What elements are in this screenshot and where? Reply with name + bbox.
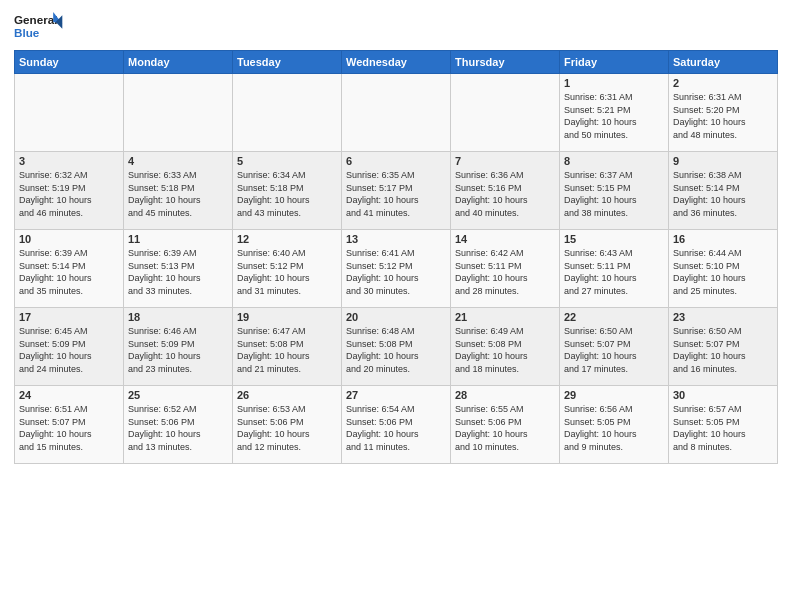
day-number: 9: [673, 155, 773, 167]
day-info: Sunrise: 6:52 AM Sunset: 5:06 PM Dayligh…: [128, 403, 228, 453]
day-info: Sunrise: 6:43 AM Sunset: 5:11 PM Dayligh…: [564, 247, 664, 297]
day-number: 7: [455, 155, 555, 167]
day-number: 2: [673, 77, 773, 89]
calendar-weekday-friday: Friday: [560, 51, 669, 74]
svg-text:Blue: Blue: [14, 26, 40, 39]
calendar-weekday-sunday: Sunday: [15, 51, 124, 74]
calendar-day-cell: 4Sunrise: 6:33 AM Sunset: 5:18 PM Daylig…: [124, 152, 233, 230]
day-info: Sunrise: 6:46 AM Sunset: 5:09 PM Dayligh…: [128, 325, 228, 375]
day-info: Sunrise: 6:37 AM Sunset: 5:15 PM Dayligh…: [564, 169, 664, 219]
calendar-day-cell: 9Sunrise: 6:38 AM Sunset: 5:14 PM Daylig…: [669, 152, 778, 230]
day-number: 17: [19, 311, 119, 323]
calendar-day-cell: 25Sunrise: 6:52 AM Sunset: 5:06 PM Dayli…: [124, 386, 233, 464]
calendar-day-cell: 17Sunrise: 6:45 AM Sunset: 5:09 PM Dayli…: [15, 308, 124, 386]
day-info: Sunrise: 6:39 AM Sunset: 5:13 PM Dayligh…: [128, 247, 228, 297]
calendar-day-cell: 2Sunrise: 6:31 AM Sunset: 5:20 PM Daylig…: [669, 74, 778, 152]
day-info: Sunrise: 6:45 AM Sunset: 5:09 PM Dayligh…: [19, 325, 119, 375]
day-info: Sunrise: 6:44 AM Sunset: 5:10 PM Dayligh…: [673, 247, 773, 297]
calendar-day-cell: [15, 74, 124, 152]
day-number: 16: [673, 233, 773, 245]
day-number: 1: [564, 77, 664, 89]
calendar-day-cell: 1Sunrise: 6:31 AM Sunset: 5:21 PM Daylig…: [560, 74, 669, 152]
day-info: Sunrise: 6:34 AM Sunset: 5:18 PM Dayligh…: [237, 169, 337, 219]
header: GeneralBlue: [14, 10, 778, 44]
day-number: 10: [19, 233, 119, 245]
calendar-week-row: 24Sunrise: 6:51 AM Sunset: 5:07 PM Dayli…: [15, 386, 778, 464]
day-info: Sunrise: 6:49 AM Sunset: 5:08 PM Dayligh…: [455, 325, 555, 375]
day-number: 27: [346, 389, 446, 401]
day-number: 21: [455, 311, 555, 323]
calendar-day-cell: 18Sunrise: 6:46 AM Sunset: 5:09 PM Dayli…: [124, 308, 233, 386]
calendar-day-cell: [451, 74, 560, 152]
calendar-day-cell: 11Sunrise: 6:39 AM Sunset: 5:13 PM Dayli…: [124, 230, 233, 308]
day-info: Sunrise: 6:39 AM Sunset: 5:14 PM Dayligh…: [19, 247, 119, 297]
calendar-day-cell: [124, 74, 233, 152]
day-info: Sunrise: 6:47 AM Sunset: 5:08 PM Dayligh…: [237, 325, 337, 375]
calendar-weekday-tuesday: Tuesday: [233, 51, 342, 74]
calendar-weekday-wednesday: Wednesday: [342, 51, 451, 74]
calendar-day-cell: 8Sunrise: 6:37 AM Sunset: 5:15 PM Daylig…: [560, 152, 669, 230]
day-number: 4: [128, 155, 228, 167]
calendar-day-cell: 30Sunrise: 6:57 AM Sunset: 5:05 PM Dayli…: [669, 386, 778, 464]
calendar-day-cell: 5Sunrise: 6:34 AM Sunset: 5:18 PM Daylig…: [233, 152, 342, 230]
calendar-day-cell: 20Sunrise: 6:48 AM Sunset: 5:08 PM Dayli…: [342, 308, 451, 386]
calendar-day-cell: 22Sunrise: 6:50 AM Sunset: 5:07 PM Dayli…: [560, 308, 669, 386]
day-info: Sunrise: 6:48 AM Sunset: 5:08 PM Dayligh…: [346, 325, 446, 375]
calendar-day-cell: 3Sunrise: 6:32 AM Sunset: 5:19 PM Daylig…: [15, 152, 124, 230]
day-number: 19: [237, 311, 337, 323]
day-info: Sunrise: 6:40 AM Sunset: 5:12 PM Dayligh…: [237, 247, 337, 297]
day-number: 15: [564, 233, 664, 245]
logo-icon: GeneralBlue: [14, 10, 64, 44]
calendar: SundayMondayTuesdayWednesdayThursdayFrid…: [14, 50, 778, 464]
day-info: Sunrise: 6:53 AM Sunset: 5:06 PM Dayligh…: [237, 403, 337, 453]
day-info: Sunrise: 6:57 AM Sunset: 5:05 PM Dayligh…: [673, 403, 773, 453]
calendar-weekday-saturday: Saturday: [669, 51, 778, 74]
calendar-day-cell: 6Sunrise: 6:35 AM Sunset: 5:17 PM Daylig…: [342, 152, 451, 230]
day-info: Sunrise: 6:33 AM Sunset: 5:18 PM Dayligh…: [128, 169, 228, 219]
day-number: 12: [237, 233, 337, 245]
logo: GeneralBlue: [14, 10, 64, 44]
calendar-day-cell: 23Sunrise: 6:50 AM Sunset: 5:07 PM Dayli…: [669, 308, 778, 386]
day-info: Sunrise: 6:55 AM Sunset: 5:06 PM Dayligh…: [455, 403, 555, 453]
day-number: 24: [19, 389, 119, 401]
day-number: 28: [455, 389, 555, 401]
calendar-day-cell: 28Sunrise: 6:55 AM Sunset: 5:06 PM Dayli…: [451, 386, 560, 464]
day-info: Sunrise: 6:56 AM Sunset: 5:05 PM Dayligh…: [564, 403, 664, 453]
day-number: 3: [19, 155, 119, 167]
day-info: Sunrise: 6:38 AM Sunset: 5:14 PM Dayligh…: [673, 169, 773, 219]
calendar-week-row: 10Sunrise: 6:39 AM Sunset: 5:14 PM Dayli…: [15, 230, 778, 308]
calendar-day-cell: 14Sunrise: 6:42 AM Sunset: 5:11 PM Dayli…: [451, 230, 560, 308]
calendar-day-cell: 21Sunrise: 6:49 AM Sunset: 5:08 PM Dayli…: [451, 308, 560, 386]
day-number: 23: [673, 311, 773, 323]
day-info: Sunrise: 6:31 AM Sunset: 5:21 PM Dayligh…: [564, 91, 664, 141]
svg-text:General: General: [14, 13, 57, 26]
calendar-day-cell: 12Sunrise: 6:40 AM Sunset: 5:12 PM Dayli…: [233, 230, 342, 308]
calendar-week-row: 17Sunrise: 6:45 AM Sunset: 5:09 PM Dayli…: [15, 308, 778, 386]
page: GeneralBlue SundayMondayTuesdayWednesday…: [0, 0, 792, 612]
calendar-day-cell: 7Sunrise: 6:36 AM Sunset: 5:16 PM Daylig…: [451, 152, 560, 230]
calendar-day-cell: [233, 74, 342, 152]
calendar-day-cell: 27Sunrise: 6:54 AM Sunset: 5:06 PM Dayli…: [342, 386, 451, 464]
day-info: Sunrise: 6:50 AM Sunset: 5:07 PM Dayligh…: [673, 325, 773, 375]
day-info: Sunrise: 6:41 AM Sunset: 5:12 PM Dayligh…: [346, 247, 446, 297]
day-info: Sunrise: 6:35 AM Sunset: 5:17 PM Dayligh…: [346, 169, 446, 219]
calendar-day-cell: 29Sunrise: 6:56 AM Sunset: 5:05 PM Dayli…: [560, 386, 669, 464]
day-number: 6: [346, 155, 446, 167]
day-info: Sunrise: 6:36 AM Sunset: 5:16 PM Dayligh…: [455, 169, 555, 219]
day-number: 13: [346, 233, 446, 245]
day-number: 26: [237, 389, 337, 401]
calendar-day-cell: [342, 74, 451, 152]
calendar-day-cell: 26Sunrise: 6:53 AM Sunset: 5:06 PM Dayli…: [233, 386, 342, 464]
calendar-day-cell: 15Sunrise: 6:43 AM Sunset: 5:11 PM Dayli…: [560, 230, 669, 308]
day-number: 25: [128, 389, 228, 401]
calendar-week-row: 1Sunrise: 6:31 AM Sunset: 5:21 PM Daylig…: [15, 74, 778, 152]
day-info: Sunrise: 6:54 AM Sunset: 5:06 PM Dayligh…: [346, 403, 446, 453]
calendar-weekday-thursday: Thursday: [451, 51, 560, 74]
calendar-week-row: 3Sunrise: 6:32 AM Sunset: 5:19 PM Daylig…: [15, 152, 778, 230]
day-number: 11: [128, 233, 228, 245]
day-info: Sunrise: 6:42 AM Sunset: 5:11 PM Dayligh…: [455, 247, 555, 297]
day-info: Sunrise: 6:50 AM Sunset: 5:07 PM Dayligh…: [564, 325, 664, 375]
day-number: 22: [564, 311, 664, 323]
calendar-day-cell: 24Sunrise: 6:51 AM Sunset: 5:07 PM Dayli…: [15, 386, 124, 464]
day-number: 30: [673, 389, 773, 401]
